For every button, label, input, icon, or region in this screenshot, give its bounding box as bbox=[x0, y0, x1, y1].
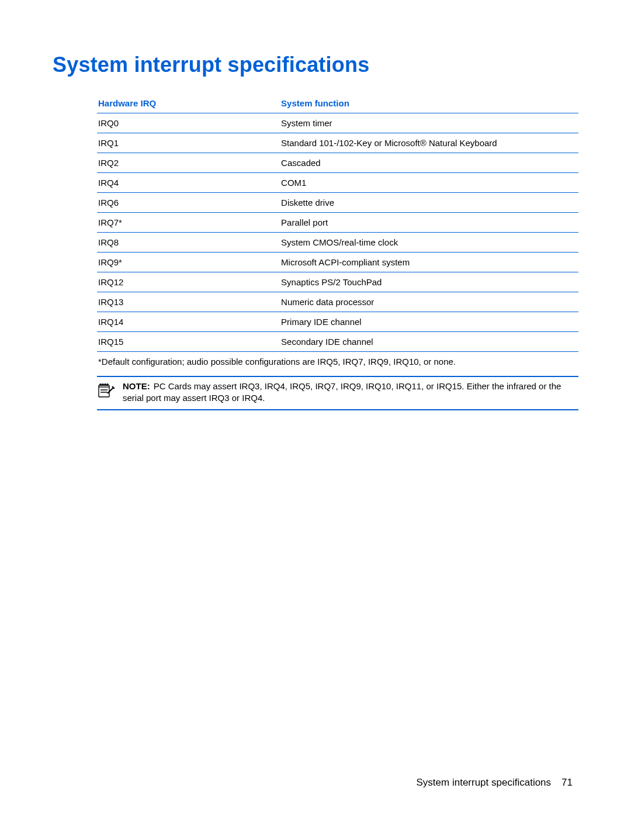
cell-func: Microsoft ACPI-compliant system bbox=[280, 253, 578, 272]
svg-point-2 bbox=[102, 384, 103, 385]
table-row: IRQ9*Microsoft ACPI-compliant system bbox=[97, 253, 578, 272]
cell-func: System CMOS/real-time clock bbox=[280, 233, 578, 253]
table-footnote-row: *Default configuration; audio possible c… bbox=[97, 352, 578, 372]
header-hardware-irq: Hardware IRQ bbox=[97, 94, 280, 113]
cell-irq: IRQ15 bbox=[97, 332, 280, 352]
note-body: PC Cards may assert IRQ3, IRQ4, IRQ5, IR… bbox=[123, 381, 561, 403]
cell-irq: IRQ1 bbox=[97, 133, 280, 153]
cell-func: System timer bbox=[280, 113, 578, 133]
table-row: IRQ2Cascaded bbox=[97, 153, 578, 173]
cell-irq: IRQ6 bbox=[97, 193, 280, 213]
note-block: NOTE:PC Cards may assert IRQ3, IRQ4, IRQ… bbox=[97, 376, 578, 410]
content-area: Hardware IRQ System function IRQ0System … bbox=[97, 94, 578, 410]
cell-func: Diskette drive bbox=[280, 193, 578, 213]
note-text: NOTE:PC Cards may assert IRQ3, IRQ4, IRQ… bbox=[123, 381, 578, 405]
cell-irq: IRQ7* bbox=[97, 213, 280, 233]
table-row: IRQ13Numeric data processor bbox=[97, 292, 578, 312]
table-row: IRQ7*Parallel port bbox=[97, 213, 578, 233]
cell-func: Numeric data processor bbox=[280, 292, 578, 312]
cell-func: Synaptics PS/2 TouchPad bbox=[280, 272, 578, 292]
note-icon bbox=[97, 381, 123, 398]
cell-func: Standard 101-/102-Key or Microsoft® Natu… bbox=[280, 133, 578, 153]
footer-page-number: 71 bbox=[561, 777, 573, 788]
cell-func: COM1 bbox=[280, 173, 578, 193]
table-row: IRQ15Secondary IDE channel bbox=[97, 332, 578, 352]
cell-irq: IRQ8 bbox=[97, 233, 280, 253]
table-footnote: *Default configuration; audio possible c… bbox=[97, 352, 578, 372]
table-row: IRQ8System CMOS/real-time clock bbox=[97, 233, 578, 253]
footer-title: System interrupt specifications bbox=[417, 777, 552, 788]
svg-point-3 bbox=[105, 384, 106, 385]
cell-irq: IRQ2 bbox=[97, 153, 280, 173]
cell-irq: IRQ9* bbox=[97, 253, 280, 272]
table-row: IRQ1Standard 101-/102-Key or Microsoft® … bbox=[97, 133, 578, 153]
cell-irq: IRQ4 bbox=[97, 173, 280, 193]
svg-point-4 bbox=[107, 384, 108, 385]
note-label: NOTE: bbox=[123, 381, 150, 391]
table-row: IRQ4COM1 bbox=[97, 173, 578, 193]
cell-func: Secondary IDE channel bbox=[280, 332, 578, 352]
header-system-function: System function bbox=[280, 94, 578, 113]
irq-table: Hardware IRQ System function IRQ0System … bbox=[97, 94, 578, 371]
page-footer: System interrupt specifications71 bbox=[417, 777, 573, 789]
table-row: IRQ6Diskette drive bbox=[97, 193, 578, 213]
table-row: IRQ0System timer bbox=[97, 113, 578, 133]
cell-irq: IRQ14 bbox=[97, 312, 280, 332]
svg-point-1 bbox=[100, 384, 101, 385]
cell-irq: IRQ0 bbox=[97, 113, 280, 133]
table-row: IRQ14Primary IDE channel bbox=[97, 312, 578, 332]
page-title: System interrupt specifications bbox=[53, 53, 578, 77]
cell-func: Cascaded bbox=[280, 153, 578, 173]
cell-func: Parallel port bbox=[280, 213, 578, 233]
document-page: System interrupt specifications Hardware… bbox=[0, 0, 631, 840]
cell-func: Primary IDE channel bbox=[280, 312, 578, 332]
cell-irq: IRQ13 bbox=[97, 292, 280, 312]
cell-irq: IRQ12 bbox=[97, 272, 280, 292]
table-row: IRQ12Synaptics PS/2 TouchPad bbox=[97, 272, 578, 292]
table-header-row: Hardware IRQ System function bbox=[97, 94, 578, 113]
